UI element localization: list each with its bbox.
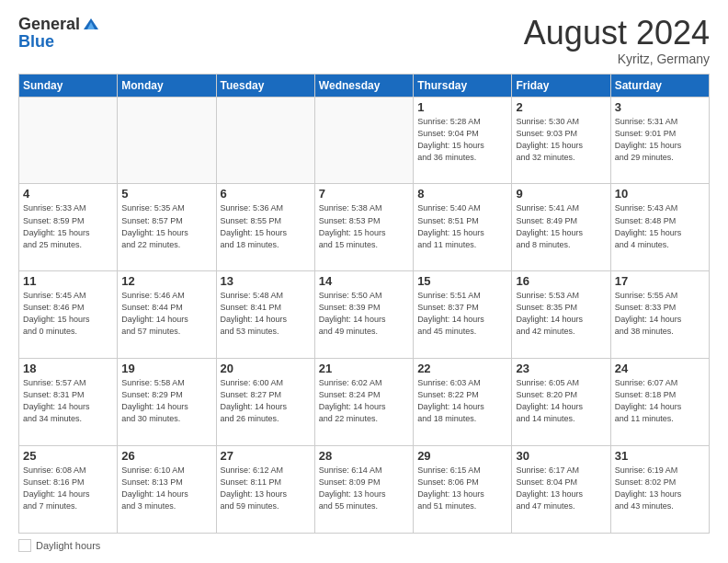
- day-number: 13: [221, 274, 311, 288]
- day-info: Sunrise: 5:55 AMSunset: 8:33 PMDaylight:…: [615, 290, 705, 338]
- logo-blue-text: Blue: [18, 32, 54, 51]
- calendar-cell: 3Sunrise: 5:31 AMSunset: 9:01 PMDaylight…: [610, 97, 709, 184]
- day-info: Sunrise: 6:14 AMSunset: 8:09 PMDaylight:…: [319, 465, 409, 512]
- calendar-cell: 28Sunrise: 6:14 AMSunset: 8:09 PMDayligh…: [314, 446, 413, 534]
- logo-general-text: General: [18, 16, 80, 32]
- day-number: 26: [121, 449, 211, 463]
- calendar-cell: 9Sunrise: 5:41 AMSunset: 8:49 PMDaylight…: [512, 184, 610, 271]
- header: General Blue August 2024 Kyritz, Germany: [18, 15, 710, 66]
- calendar-cell: 27Sunrise: 6:12 AMSunset: 8:11 PMDayligh…: [216, 446, 314, 534]
- col-header-monday: Monday: [118, 74, 216, 97]
- day-info: Sunrise: 5:50 AMSunset: 8:39 PMDaylight:…: [319, 290, 409, 338]
- title-section: August 2024 Kyritz, Germany: [524, 15, 710, 66]
- day-number: 23: [516, 362, 606, 375]
- calendar-cell: 19Sunrise: 5:58 AMSunset: 8:29 PMDayligh…: [118, 359, 216, 446]
- day-info: Sunrise: 6:17 AMSunset: 8:04 PMDaylight:…: [516, 465, 606, 512]
- day-info: Sunrise: 5:38 AMSunset: 8:53 PMDaylight:…: [319, 202, 409, 250]
- day-number: 5: [121, 187, 211, 201]
- col-header-thursday: Thursday: [414, 74, 512, 97]
- calendar-cell: 14Sunrise: 5:50 AMSunset: 8:39 PMDayligh…: [314, 271, 413, 359]
- calendar-cell: 7Sunrise: 5:38 AMSunset: 8:53 PMDaylight…: [314, 184, 413, 271]
- day-info: Sunrise: 6:15 AMSunset: 8:06 PMDaylight:…: [417, 465, 507, 512]
- day-info: Sunrise: 5:28 AMSunset: 9:04 PMDaylight:…: [417, 116, 507, 164]
- day-number: 21: [319, 362, 409, 375]
- day-number: 30: [516, 449, 606, 463]
- logo-icon: [82, 15, 100, 33]
- day-number: 11: [23, 274, 113, 288]
- calendar-cell: 20Sunrise: 6:00 AMSunset: 8:27 PMDayligh…: [216, 359, 314, 446]
- calendar-cell: 21Sunrise: 6:02 AMSunset: 8:24 PMDayligh…: [314, 359, 413, 446]
- calendar-cell: 23Sunrise: 6:05 AMSunset: 8:20 PMDayligh…: [512, 359, 610, 446]
- day-info: Sunrise: 5:58 AMSunset: 8:29 PMDaylight:…: [121, 377, 211, 425]
- day-info: Sunrise: 5:43 AMSunset: 8:48 PMDaylight:…: [615, 202, 705, 250]
- day-info: Sunrise: 5:41 AMSunset: 8:49 PMDaylight:…: [516, 202, 606, 250]
- calendar-table: SundayMondayTuesdayWednesdayThursdayFrid…: [18, 74, 710, 534]
- calendar-cell: 13Sunrise: 5:48 AMSunset: 8:41 PMDayligh…: [216, 271, 314, 359]
- calendar-cell: 22Sunrise: 6:03 AMSunset: 8:22 PMDayligh…: [414, 359, 512, 446]
- day-number: 19: [121, 362, 211, 375]
- logo: General Blue: [18, 15, 100, 51]
- calendar-cell: 10Sunrise: 5:43 AMSunset: 8:48 PMDayligh…: [610, 184, 709, 271]
- day-number: 27: [221, 449, 311, 463]
- day-info: Sunrise: 6:03 AMSunset: 8:22 PMDaylight:…: [417, 377, 507, 425]
- day-info: Sunrise: 5:30 AMSunset: 9:03 PMDaylight:…: [516, 116, 606, 164]
- col-header-tuesday: Tuesday: [216, 74, 314, 97]
- day-info: Sunrise: 6:08 AMSunset: 8:16 PMDaylight:…: [23, 465, 113, 512]
- calendar-cell: [118, 97, 216, 184]
- calendar-cell: 29Sunrise: 6:15 AMSunset: 8:06 PMDayligh…: [414, 446, 512, 534]
- day-info: Sunrise: 6:10 AMSunset: 8:13 PMDaylight:…: [121, 465, 211, 512]
- calendar-cell: 4Sunrise: 5:33 AMSunset: 8:59 PMDaylight…: [19, 184, 118, 271]
- day-info: Sunrise: 5:35 AMSunset: 8:57 PMDaylight:…: [121, 202, 211, 250]
- day-info: Sunrise: 5:36 AMSunset: 8:55 PMDaylight:…: [221, 202, 311, 250]
- day-info: Sunrise: 5:51 AMSunset: 8:37 PMDaylight:…: [417, 290, 507, 338]
- day-number: 29: [417, 449, 507, 463]
- day-number: 1: [417, 100, 507, 114]
- calendar-week-row: 25Sunrise: 6:08 AMSunset: 8:16 PMDayligh…: [19, 446, 710, 534]
- daylight-box-icon: [18, 539, 31, 552]
- calendar-cell: 6Sunrise: 5:36 AMSunset: 8:55 PMDaylight…: [216, 184, 314, 271]
- calendar-cell: 30Sunrise: 6:17 AMSunset: 8:04 PMDayligh…: [512, 446, 610, 534]
- calendar-cell: 24Sunrise: 6:07 AMSunset: 8:18 PMDayligh…: [610, 359, 709, 446]
- calendar-cell: [314, 97, 413, 184]
- calendar-cell: 26Sunrise: 6:10 AMSunset: 8:13 PMDayligh…: [118, 446, 216, 534]
- day-number: 20: [221, 362, 311, 375]
- calendar-cell: 17Sunrise: 5:55 AMSunset: 8:33 PMDayligh…: [610, 271, 709, 359]
- day-number: 24: [615, 362, 705, 375]
- calendar-cell: 12Sunrise: 5:46 AMSunset: 8:44 PMDayligh…: [118, 271, 216, 359]
- day-info: Sunrise: 5:31 AMSunset: 9:01 PMDaylight:…: [615, 116, 705, 164]
- calendar-header-row: SundayMondayTuesdayWednesdayThursdayFrid…: [19, 74, 710, 97]
- day-number: 6: [221, 187, 311, 201]
- calendar-cell: 2Sunrise: 5:30 AMSunset: 9:03 PMDaylight…: [512, 97, 610, 184]
- day-info: Sunrise: 5:40 AMSunset: 8:51 PMDaylight:…: [417, 202, 507, 250]
- month-title: August 2024: [524, 15, 710, 52]
- calendar-cell: 11Sunrise: 5:45 AMSunset: 8:46 PMDayligh…: [19, 271, 118, 359]
- day-info: Sunrise: 5:33 AMSunset: 8:59 PMDaylight:…: [23, 202, 113, 250]
- day-number: 9: [516, 187, 606, 201]
- col-header-wednesday: Wednesday: [314, 74, 413, 97]
- day-number: 12: [121, 274, 211, 288]
- day-info: Sunrise: 6:02 AMSunset: 8:24 PMDaylight:…: [319, 377, 409, 425]
- day-number: 17: [615, 274, 705, 288]
- day-number: 25: [23, 449, 113, 463]
- day-number: 31: [615, 449, 705, 463]
- calendar-cell: 8Sunrise: 5:40 AMSunset: 8:51 PMDaylight…: [414, 184, 512, 271]
- day-number: 15: [417, 274, 507, 288]
- day-info: Sunrise: 5:48 AMSunset: 8:41 PMDaylight:…: [221, 290, 311, 338]
- calendar-cell: 15Sunrise: 5:51 AMSunset: 8:37 PMDayligh…: [414, 271, 512, 359]
- calendar-footer: Daylight hours: [18, 539, 710, 552]
- day-info: Sunrise: 6:07 AMSunset: 8:18 PMDaylight:…: [615, 377, 705, 425]
- calendar-cell: 5Sunrise: 5:35 AMSunset: 8:57 PMDaylight…: [118, 184, 216, 271]
- day-info: Sunrise: 5:46 AMSunset: 8:44 PMDaylight:…: [121, 290, 211, 338]
- day-number: 4: [23, 187, 113, 201]
- day-number: 16: [516, 274, 606, 288]
- location-subtitle: Kyritz, Germany: [524, 52, 710, 66]
- page: General Blue August 2024 Kyritz, Germany…: [0, 0, 728, 563]
- day-info: Sunrise: 5:45 AMSunset: 8:46 PMDaylight:…: [23, 290, 113, 338]
- col-header-sunday: Sunday: [19, 74, 118, 97]
- daylight-label: Daylight hours: [36, 540, 100, 551]
- day-number: 22: [417, 362, 507, 375]
- calendar-cell: 25Sunrise: 6:08 AMSunset: 8:16 PMDayligh…: [19, 446, 118, 534]
- day-info: Sunrise: 5:57 AMSunset: 8:31 PMDaylight:…: [23, 377, 113, 425]
- day-info: Sunrise: 5:53 AMSunset: 8:35 PMDaylight:…: [516, 290, 606, 338]
- calendar-cell: [216, 97, 314, 184]
